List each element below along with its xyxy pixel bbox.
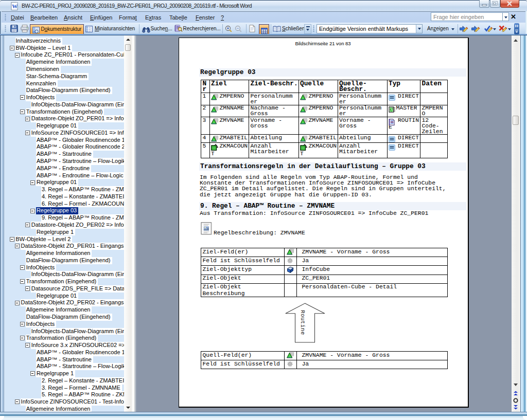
svg-text:W: W [12,3,17,9]
